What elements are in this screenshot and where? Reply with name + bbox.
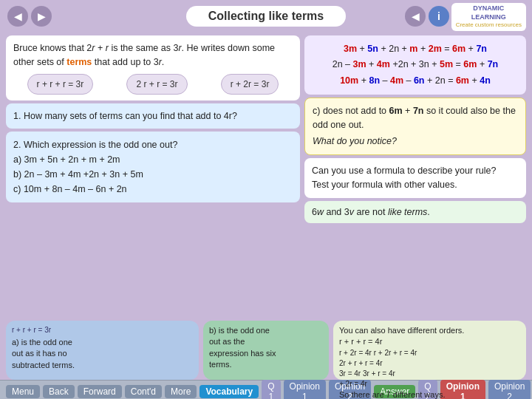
cloud-row: r + r + r = 3r 2 r + r = 3r r + 2r = 3r: [13, 74, 293, 95]
overlay-mid-text: b) is the odd one out as the expression …: [209, 325, 323, 371]
q1-button[interactable]: Q 1: [262, 380, 280, 400]
like-terms-text: 6w and 3v are not like terms.: [312, 207, 519, 217]
logo: DYNAMIC LEARNING Create custom resources: [451, 3, 526, 31]
menu-button[interactable]: Menu: [6, 385, 40, 398]
formula-box: Can you use a formula to describe your r…: [304, 158, 526, 198]
eq-line1: 3m + 5n + 2n + m + 2m = 6m + 7n: [312, 41, 519, 57]
intro-box: Bruce knows that 2r + r is the same as 3…: [6, 35, 300, 100]
more-button[interactable]: More: [165, 385, 197, 398]
main-content: Bruce knows that 2r + r is the same as 3…: [0, 33, 532, 321]
cloud-center: 2 r + r = 3r: [126, 74, 187, 95]
header: ◀ ▶ Collecting like terms ◀ i ▶ DYNAMIC …: [0, 0, 532, 33]
overlay-mid-bubble: b) is the odd one out as the expression …: [203, 321, 329, 380]
logo-brand-line1: DYNAMIC: [456, 4, 522, 13]
header-arrow-back-left[interactable]: ◀: [7, 6, 28, 27]
like-terms-box: 6w and 3v are not like terms.: [304, 201, 526, 223]
header-arrow-back-right[interactable]: ◀: [405, 6, 426, 27]
question-1-box: 1. How many sets of terms can you find t…: [6, 103, 300, 129]
terms-word: terms: [66, 57, 92, 67]
logo-tagline: Create custom resources: [456, 21, 522, 29]
header-arrow-fwd-left[interactable]: ▶: [31, 6, 52, 27]
notice-box: c) does not add to 6m + 7n so it could a…: [304, 98, 526, 155]
info-icon[interactable]: i: [429, 6, 449, 27]
page-title: Collecting like terms: [186, 6, 347, 27]
question-2-box: 2. Which expression is the odd one out? …: [6, 132, 300, 202]
overlay-right-text: You can also have different orders. r + …: [339, 325, 520, 399]
question-2-line1: 2. Which expression is the odd one out?: [13, 137, 293, 152]
question-2-line2a: a) 3m + 5n + 2n + m + 2m: [13, 152, 293, 167]
formula-line1: Can you use a formula to describe your r…: [312, 164, 519, 178]
formula-line2: Test your formula with other values.: [312, 178, 519, 192]
cloud-right: r + 2r = 3r: [221, 74, 279, 95]
overlay-right-bubble: You can also have different orders. r + …: [333, 321, 526, 380]
intro-text: Bruce knows that 2r + r is the same as 3…: [13, 41, 293, 69]
overlay-left-text: a) is the odd one out as it has no subtr…: [12, 337, 193, 371]
right-panel: 3m + 5n + 2n + m + 2m = 6m + 7n 2n – 3m …: [304, 35, 526, 318]
cloud-left: r + r + r = 3r: [27, 74, 94, 95]
q1-opinion1-button[interactable]: Opinion 1: [284, 380, 326, 400]
logo-brand-line2: LEARNING: [456, 13, 522, 22]
overlay-left-bubble: r + r + r = 3r a) is the odd one out as …: [6, 321, 199, 380]
equations-box: 3m + 5n + 2n + m + 2m = 6m + 7n 2n – 3m …: [304, 35, 526, 95]
back-button[interactable]: Back: [43, 385, 75, 398]
notice-subtext: What do you notice?: [313, 134, 518, 149]
eq-line3: 10m + 8n – 4m – 6n + 2n = 6m + 4n: [312, 73, 519, 89]
forward-button[interactable]: Forward: [78, 385, 122, 398]
contd-button[interactable]: Cont'd: [125, 385, 162, 398]
notice-text: c) does not add to 6m + 7n so it could a…: [313, 104, 518, 132]
header-left-nav: ◀ ▶: [7, 6, 52, 27]
question-2-line2b: b) 2n – 3m + 4m +2n + 3n + 5m: [13, 167, 293, 182]
overlay-left-label: r + r + r = 3r: [12, 325, 193, 335]
left-panel: Bruce knows that 2r + r is the same as 3…: [6, 35, 300, 318]
question-2-line2c: c) 10m + 8n – 4m – 6n + 2n: [13, 182, 293, 197]
question-1-text: 1. How many sets of terms can you find t…: [13, 109, 293, 123]
vocabulary-button[interactable]: Vocabulary: [200, 385, 259, 398]
overlay-area: r + r + r = 3r a) is the odd one out as …: [6, 321, 526, 380]
eq-line2: 2n – 3m + 4m +2n + 3n + 5m = 6m + 7n: [312, 57, 519, 72]
